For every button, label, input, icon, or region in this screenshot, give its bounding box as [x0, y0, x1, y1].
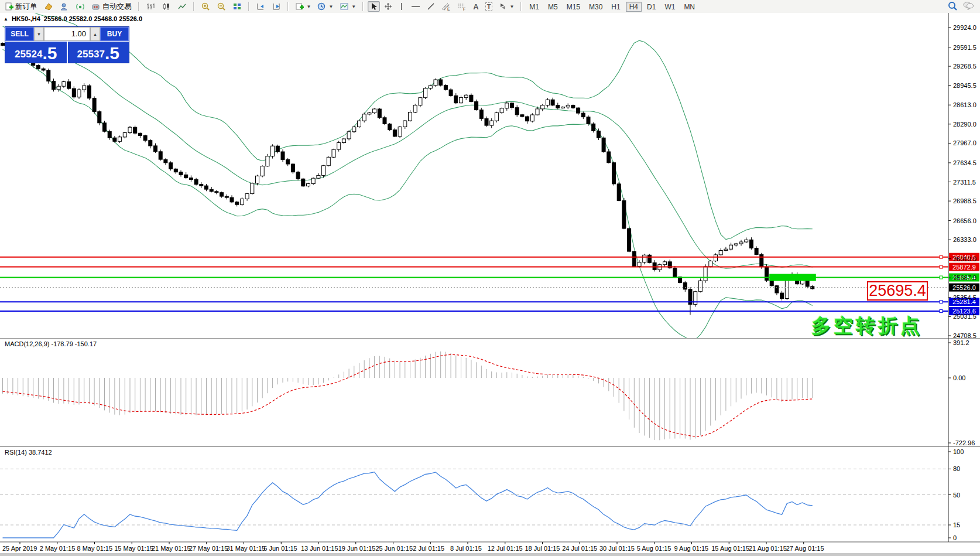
- chat-icon[interactable]: [962, 1, 974, 12]
- time-axis-label: 27 Aug 01:15: [786, 545, 824, 552]
- timeframe-m1[interactable]: M1: [526, 2, 543, 12]
- candlestick-chart-icon: [162, 2, 171, 11]
- community-icon: [60, 2, 69, 11]
- rsi-tick-label: 80: [953, 465, 960, 472]
- buy-price-fraction: .5: [105, 45, 119, 62]
- seal-button[interactable]: [42, 1, 56, 12]
- macd-tick-label: -722.96: [953, 439, 975, 446]
- chart-window[interactable]: 26040.525872.925695.425526.025281.425123…: [0, 13, 980, 556]
- text-tool-icon: A: [473, 2, 478, 11]
- toolbar-separator: [248, 2, 249, 11]
- candlestick-chart-button[interactable]: [159, 1, 173, 12]
- new-order-label: 新订单: [15, 2, 37, 12]
- trendline-tool-button[interactable]: [424, 1, 437, 12]
- timeframe-h4[interactable]: H4: [626, 2, 642, 12]
- rsi-tick-label: 0: [953, 534, 957, 541]
- time-axis-label: 5 Aug 01:15: [637, 545, 671, 552]
- new-chart-button[interactable]: ▼: [293, 1, 314, 12]
- chevron-down-icon: ▼: [328, 4, 333, 9]
- community-button[interactable]: [57, 1, 71, 12]
- line-handle[interactable]: [940, 265, 943, 268]
- time-axis-label: 25 Apr 2019: [2, 545, 37, 552]
- highlight-bar[interactable]: [769, 274, 816, 281]
- template-icon: [340, 2, 349, 11]
- autoscroll-button[interactable]: [253, 1, 268, 12]
- macd-tick-label: 0.00: [953, 374, 965, 381]
- price-tick-label: 27311.5: [953, 179, 976, 186]
- signal-button[interactable]: [73, 1, 87, 12]
- line-handle[interactable]: [940, 276, 943, 279]
- toolbar-separator: [193, 2, 194, 11]
- volume-up-button[interactable]: ▲: [90, 27, 100, 41]
- timeframe-h1[interactable]: H1: [608, 2, 623, 12]
- buy-button[interactable]: BUY: [100, 27, 129, 41]
- timeframe-m15[interactable]: M15: [563, 2, 584, 12]
- collapse-arrow-icon[interactable]: ▲: [4, 16, 8, 22]
- channel-icon: E: [441, 2, 451, 11]
- zoom-out-button[interactable]: [214, 1, 228, 12]
- rsi-tick-label: 100: [953, 448, 964, 455]
- template-button[interactable]: ▼: [337, 1, 358, 12]
- timeframe-d1[interactable]: D1: [643, 2, 659, 12]
- periodicity-button[interactable]: ▼: [315, 1, 335, 12]
- sell-price[interactable]: 25524 .5: [5, 42, 67, 63]
- chart-shift-button[interactable]: [269, 1, 283, 12]
- rsi-tick-label: 50: [953, 492, 960, 499]
- vertical-line-tool-button[interactable]: [396, 1, 407, 12]
- price-tick-label: 28290.0: [953, 121, 976, 128]
- label-tool-button[interactable]: T: [483, 1, 495, 12]
- price-tick-label: 25031.5: [953, 313, 976, 320]
- timeframe-mn[interactable]: MN: [680, 2, 698, 12]
- crosshair-icon: [384, 2, 392, 11]
- bar-chart-button[interactable]: [143, 1, 157, 12]
- price-annotation-box[interactable]: 25695.4: [867, 281, 928, 301]
- fibonacci-icon: F: [457, 2, 467, 11]
- crosshair-tool-button[interactable]: [382, 1, 395, 12]
- time-axis-label: 12 Jul 01:15: [488, 545, 523, 552]
- rsi-tick-label: 15: [953, 521, 960, 528]
- bar-chart-icon: [146, 2, 155, 11]
- channel-tool-button[interactable]: E: [439, 1, 453, 12]
- arrows-tool-button[interactable]: ▼: [496, 1, 516, 12]
- toolbar-separator: [362, 2, 364, 11]
- horizontal-line-tool-button[interactable]: [409, 1, 423, 12]
- vertical-line-icon: [399, 2, 405, 11]
- chart-canvas[interactable]: 26040.525872.925695.425526.025281.425123…: [0, 13, 980, 556]
- sell-price-main: 25524: [15, 47, 42, 62]
- chart-title: ▲ HK50-,H4 25566.0 25582.0 25468.0 25526…: [4, 15, 142, 22]
- fibonacci-tool-button[interactable]: F: [455, 1, 469, 12]
- autotrading-button[interactable]: 自动交易: [89, 1, 134, 12]
- search-icon[interactable]: [948, 1, 958, 12]
- volume-input[interactable]: 1.00: [44, 27, 90, 41]
- time-axis-label: 30 Jul 01:15: [599, 545, 635, 552]
- tile-windows-button[interactable]: [230, 1, 244, 12]
- time-axis-label: 8 May 01:15: [77, 545, 113, 552]
- line-handle[interactable]: [940, 255, 943, 258]
- turning-point-text[interactable]: 多空转折点: [811, 313, 923, 339]
- text-tool-button[interactable]: A: [471, 1, 481, 12]
- line-handle[interactable]: [940, 301, 943, 303]
- zoom-in-icon: [201, 2, 210, 11]
- zoom-in-button[interactable]: [198, 1, 213, 12]
- price-tick-label: 28945.5: [953, 82, 976, 89]
- sell-button[interactable]: SELL: [5, 27, 34, 41]
- cursor-tool-button[interactable]: [368, 1, 380, 12]
- tile-windows-icon: [232, 2, 242, 11]
- price-tick-label: 29268.5: [953, 63, 976, 70]
- line-handle[interactable]: [940, 310, 943, 313]
- price-tick-label: 26988.5: [953, 197, 976, 204]
- macd-histogram: [3, 352, 813, 441]
- timeframe-group: M1M5M15M30H1H4D1W1MN: [523, 0, 701, 13]
- buy-price-main: 25537: [77, 47, 105, 62]
- timeframe-w1[interactable]: W1: [661, 2, 679, 12]
- time-axis-label: 19 Jun 01:15: [338, 545, 376, 552]
- price-tick-label: 25687.0: [953, 274, 976, 281]
- chart-ohlc-values: 25566.0 25582.0 25468.0 25526.0: [44, 15, 142, 22]
- timeframe-m5[interactable]: M5: [544, 2, 561, 12]
- volume-down-button[interactable]: ▼: [34, 27, 44, 41]
- time-axis-label: 15 May 01:15: [114, 545, 153, 552]
- buy-price[interactable]: 25537 .5: [68, 42, 129, 63]
- timeframe-m30[interactable]: M30: [585, 2, 606, 12]
- new-order-button[interactable]: 新订单: [2, 1, 40, 12]
- line-chart-button[interactable]: [175, 1, 189, 12]
